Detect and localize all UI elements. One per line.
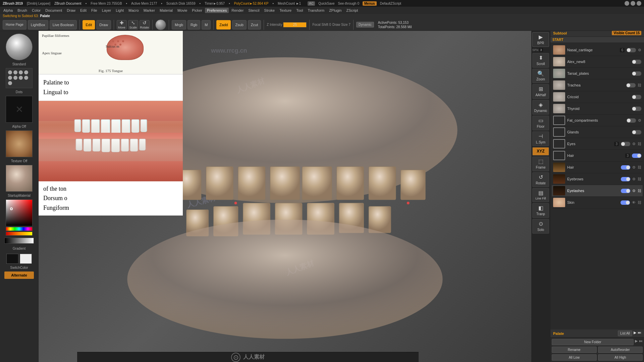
hue-bar[interactable] [6,227,33,231]
subtool-hair-gear[interactable]: ⚙ [632,165,636,170]
subtool-eyes-gear[interactable]: ⚙ [632,142,636,146]
subtool-fat[interactable]: Fat_compartments ⚙ [552,115,643,126]
zoom-btn[interactable]: 🔍 Zoom [532,69,549,83]
menu-color[interactable]: Color [30,8,43,13]
menu-layer[interactable]: Layer [100,8,113,13]
subtool-eyebrows[interactable]: Eyebrows ⚙ ⛓ [552,173,643,185]
subtool-eyes-toggle[interactable] [621,142,630,146]
window-minimize[interactable] [625,1,629,6]
all-high-btn[interactable]: All High [598,354,643,361]
subtool-tarsal-toggle[interactable] [632,71,641,76]
subtool-hair-folder[interactable]: Hair 3 [552,150,643,162]
subtool-trachea[interactable]: Trachea ⛓ [552,79,643,91]
menu-picker[interactable]: Picker [190,8,204,13]
rename-btn[interactable]: Rename [552,347,597,353]
bpr-btn[interactable]: ▶ BPR [532,32,549,47]
subtool-glands-toggle[interactable] [632,130,641,134]
subtool-eyelashes-toggle[interactable] [621,189,630,193]
menus-btn[interactable]: Menus [363,1,377,6]
frame-btn[interactable]: ⬚ Frame [532,157,549,171]
subtool-eyelashes-gear[interactable]: ⚙ [632,189,636,193]
window-close[interactable] [637,1,641,6]
subtool-skin-toggle[interactable] [621,200,630,205]
dynamic-badge[interactable]: Dynamic [356,22,374,27]
zcut-btn[interactable]: Zcut [248,20,261,29]
menu-light[interactable]: Light [114,8,126,13]
subtool-fat-gear[interactable]: ⚙ [638,118,641,123]
subtool-tarsal[interactable]: Tarsal_plates [552,68,643,79]
aa-half-btn[interactable]: ⊞ AAHalf [532,84,549,99]
double-arrow2[interactable]: ⏭ [639,339,643,345]
subtool-eyebrows-chain[interactable]: ⛓ [638,177,641,181]
menu-macro[interactable]: Macro [126,8,141,13]
menu-stencil[interactable]: Stencil [246,8,261,13]
subtool-cricoid-toggle[interactable] [632,95,641,99]
linefill-btn[interactable]: ▤ Line Fill [532,188,549,202]
z-intensity-slider[interactable]: 25 [283,22,307,27]
texture-preview[interactable] [6,130,33,157]
alpha-preview[interactable]: ✕ [6,96,33,123]
subtool-hair-folder-toggle[interactable] [632,154,641,158]
startup-material[interactable] [6,165,33,192]
menu-zplugin[interactable]: ZPlugin [327,8,343,13]
menu-movie[interactable]: Movie [175,8,189,13]
subtool-start[interactable]: START [550,37,644,43]
subtool-alex-toggle[interactable] [632,60,641,64]
subtool-hair-chain[interactable]: ⛓ [638,165,641,169]
list-all-btn[interactable]: List All [618,330,632,336]
lightbox-tab[interactable]: LightBox [28,20,48,29]
menu-transform[interactable]: Transform [306,8,326,13]
menu-edit[interactable]: Edit [78,8,89,13]
arrow-right-icon[interactable]: ▶ [634,330,636,336]
gradient-bar[interactable] [4,238,34,244]
color-white[interactable] [20,254,32,264]
subtool-eyelashes[interactable]: Eyelashes ⚙ ⛓ [552,185,643,197]
subtool-eyebrows-gear[interactable]: ⚙ [632,177,636,181]
menu-tool[interactable]: Tool [294,8,305,13]
color-black[interactable] [6,254,18,264]
subtool-fat-toggle[interactable] [627,118,636,123]
viewport[interactable]: 人人素材 人人素材 人人素材 www.rrcg.cn [39,31,531,362]
auto-reorder-btn[interactable]: AutoReorder [598,347,643,353]
zsub-btn[interactable]: Zsub [232,20,246,29]
tranp-btn[interactable]: ◧ Tranp [532,203,549,218]
solo-btn[interactable]: ⊙ Solo [532,219,549,234]
subtool-alex[interactable]: Alex_new8 [552,56,643,68]
subtool-trachea-toggle[interactable] [626,83,636,87]
live-bool-tab[interactable]: Live Boolean [50,20,77,29]
menu-stroke[interactable]: Stroke [262,8,277,13]
see-through[interactable]: See-through 0 [338,2,359,5]
all-low-btn[interactable]: All Low [552,354,597,361]
edit-btn[interactable]: Edit [83,20,95,29]
menu-texture[interactable]: Texture [277,8,293,13]
menu-preferences[interactable]: Preferences [205,8,229,13]
subtool-eyes-chain[interactable]: ⛓ [638,142,641,146]
subtool-cricoid[interactable]: Cricoid [552,91,643,103]
subtool-thyroid[interactable]: Thyroid [552,103,643,115]
dynamic-btn[interactable]: ◈ Dynamic [532,100,549,115]
subtool-trachea-chain[interactable]: ⛓ [638,83,641,87]
reference-panel[interactable]: Papillae filiformes Sulcus m Apex lingua… [39,31,183,216]
rotate-mode-btn[interactable]: ↺ Rotate [532,172,549,187]
subtool-glands[interactable]: Glands [552,126,643,138]
home-tab[interactable]: Home Page [3,20,26,29]
menu-alpha[interactable]: Alpha [1,8,15,13]
menu-draw[interactable]: Draw [65,8,77,13]
quicksave-btn[interactable]: QuickSave [318,2,334,5]
subtool-skin-chain[interactable]: ⛓ [638,200,641,204]
default-zscript[interactable]: DefaultZScript [380,2,401,5]
rgb-btn[interactable]: Rgb [187,20,200,29]
xyz-btn[interactable]: XYZ [532,147,549,156]
subtool-nasal-toggle[interactable] [627,48,636,52]
subtool-skin-eye[interactable]: 👁 [632,200,636,204]
subtool-hair-item[interactable]: Hair ⚙ ⛓ [552,162,643,173]
dots-preview[interactable] [6,68,33,88]
menu-document[interactable]: Document [43,8,64,13]
arrow-right2[interactable]: ▶ [635,339,638,345]
subtool-eyelashes-chain[interactable]: ⛓ [638,189,641,193]
menu-zscript[interactable]: ZScript [344,8,360,13]
menu-file[interactable]: File [89,8,99,13]
brush-preview[interactable] [6,34,33,60]
subtool-skin[interactable]: Skin 👁 ⛓ [552,197,643,208]
alternate-btn[interactable]: Alternate [4,272,34,279]
